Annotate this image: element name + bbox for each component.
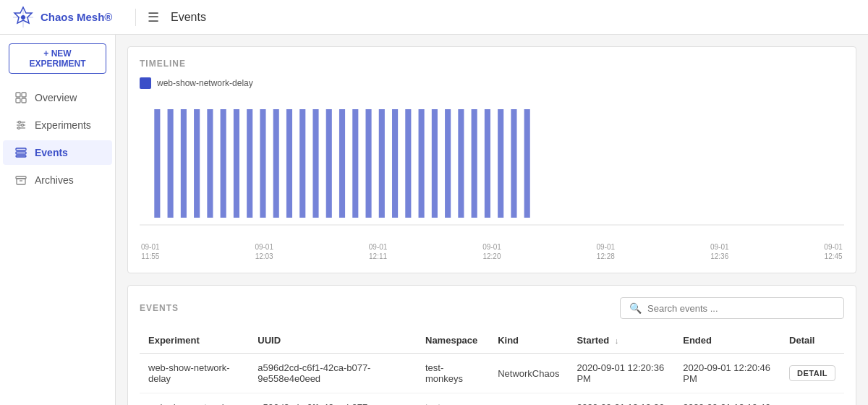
sliders-icon [14,119,27,132]
svg-rect-22 [194,109,200,218]
header-divider [135,9,136,26]
search-icon: 🔍 [629,302,642,314]
menu-icon[interactable]: ☰ [148,9,159,25]
legend-label: web-show-network-delay [157,78,253,88]
body: + NEW EXPERIMENT Overview [0,35,868,405]
svg-rect-19 [154,109,160,218]
cell-ended-1: 2020-09-01 12:19:46 PM [674,393,780,406]
header: Chaos Mesh® ☰ Events [0,0,868,35]
svg-rect-34 [352,109,358,218]
svg-rect-33 [339,109,345,218]
events-title: EVENTS [140,303,179,313]
svg-rect-4 [16,93,20,97]
timeline-legend: web-show-network-delay [140,77,844,89]
archive-icon [14,174,27,187]
sidebar-item-archives[interactable]: Archives [3,168,112,192]
svg-rect-46 [511,109,516,218]
table-row: web-show-network-delay a596d2cd-c6f1-42c… [140,354,844,393]
cell-uuid-0: a596d2cd-c6f1-42ca-b077-9e558e4e0eed [249,354,417,393]
x-label-4: 09-01 12:28 [597,242,616,261]
svg-rect-30 [299,109,305,218]
svg-rect-38 [405,109,411,218]
svg-rect-7 [22,98,26,103]
svg-rect-35 [365,109,371,218]
sidebar: + NEW EXPERIMENT Overview [0,35,116,405]
cell-detail-0: DETAIL [780,354,844,393]
x-label-3: 09-01 12:20 [482,242,501,261]
logo-text: Chaos Mesh® [41,11,112,23]
search-input[interactable] [647,303,835,314]
x-label-6: 09-01 12:45 [824,242,843,261]
svg-rect-42 [458,109,464,218]
sidebar-item-overview[interactable]: Overview [3,85,112,110]
sidebar-archives-label: Archives [35,174,74,186]
chart-svg [140,95,844,239]
svg-rect-27 [260,109,265,218]
svg-rect-5 [22,93,26,97]
svg-rect-36 [379,109,385,218]
cell-started-1: 2020-09-01 12:19:36 PM [568,393,674,406]
col-started[interactable]: Started ↓ [568,328,674,354]
sidebar-experiments-label: Experiments [35,119,91,131]
svg-rect-25 [234,109,239,218]
legend-color-box [140,77,151,89]
svg-rect-40 [432,109,438,218]
new-experiment-button[interactable]: + NEW EXPERIMENT [9,43,106,74]
detail-button-0[interactable]: DETAIL [789,365,835,381]
x-label-5: 09-01 12:36 [710,242,729,261]
main-content: TIMELINE web-show-network-delay [116,35,868,405]
svg-rect-28 [273,109,279,218]
col-uuid: UUID [249,328,417,354]
svg-rect-6 [16,98,20,103]
col-experiment: Experiment [140,328,249,354]
cell-experiment-0: web-show-network-delay [140,354,249,393]
col-detail: Detail [780,328,844,354]
svg-rect-44 [485,109,490,218]
x-label-0: 09-01 11:55 [141,242,160,261]
logo-icon [12,6,35,29]
svg-rect-45 [498,109,503,218]
svg-rect-26 [247,109,252,218]
svg-rect-41 [445,109,451,218]
svg-rect-23 [207,109,213,218]
svg-rect-16 [16,155,26,157]
svg-point-13 [18,127,20,129]
col-kind: Kind [489,328,568,354]
cell-ended-0: 2020-09-01 12:20:46 PM [674,354,780,393]
svg-rect-15 [16,152,26,154]
svg-rect-39 [419,109,425,218]
search-box[interactable]: 🔍 [620,297,844,319]
svg-rect-14 [16,148,26,150]
app: Chaos Mesh® ☰ Events + NEW EXPERIMENT Ov… [0,0,868,405]
events-header: EVENTS 🔍 [140,297,844,319]
sidebar-item-events[interactable]: Events [3,140,112,165]
sort-icon: ↓ [615,336,619,345]
cell-kind-1: NetworkChaos [489,393,568,406]
svg-rect-21 [181,109,187,218]
timeline-chart [140,95,844,239]
timeline-title: TIMELINE [140,59,844,69]
grid-icon [14,91,27,104]
svg-rect-20 [168,109,174,218]
logo: Chaos Mesh® [12,6,124,29]
cell-experiment-1: web-show-network-delay [140,393,249,406]
svg-rect-31 [312,109,318,218]
cell-started-0: 2020-09-01 12:20:36 PM [568,354,674,393]
cell-namespace-1: test-monkeys [417,393,489,406]
svg-rect-29 [286,109,292,218]
x-label-2: 09-01 12:11 [369,242,388,261]
svg-point-11 [19,122,21,124]
table-row: web-show-network-delay a596d2cd-c6f1-42c… [140,393,844,406]
col-ended: Ended [674,328,780,354]
cell-namespace-0: test-monkeys [417,354,489,393]
sidebar-events-label: Events [35,147,68,158]
header-title: Events [171,11,206,24]
cell-detail-1: DETAIL [780,393,844,406]
svg-rect-37 [392,109,398,218]
svg-point-12 [22,124,24,127]
svg-rect-24 [221,109,226,218]
col-namespace: Namespace [417,328,489,354]
sidebar-item-experiments[interactable]: Experiments [3,113,112,137]
events-card: EVENTS 🔍 Experiment UUID Namespace Kind [127,285,856,405]
table-header: Experiment UUID Namespace Kind Started ↓… [140,328,844,354]
